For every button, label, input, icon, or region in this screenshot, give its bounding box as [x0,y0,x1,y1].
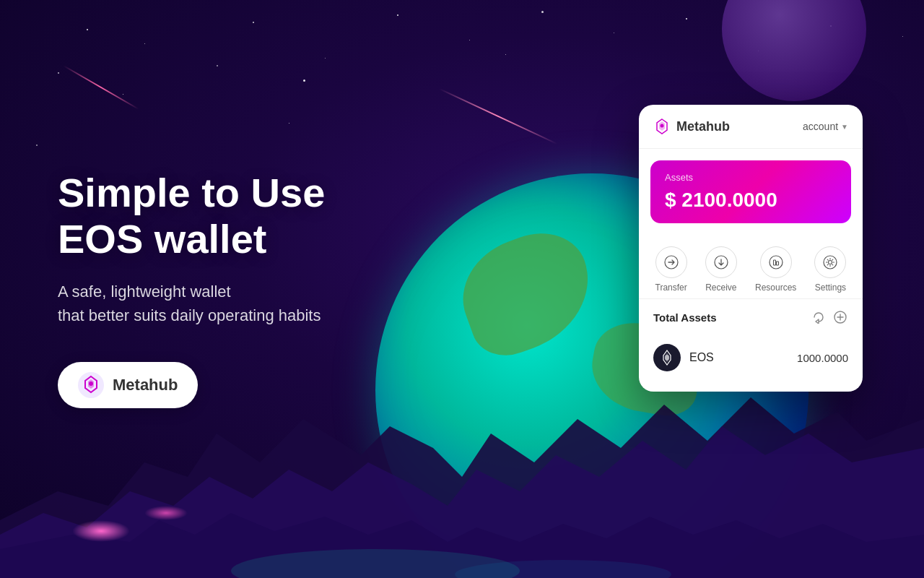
brand-button[interactable]: Metahub [58,362,198,408]
receive-action[interactable]: Receive [705,246,737,293]
resources-label: Resources [755,282,796,293]
brand-button-label: Metahub [113,376,178,394]
receive-label: Receive [705,282,736,293]
assets-banner: Assets $ 2100.0000 [650,160,851,223]
settings-label: Settings [815,282,846,293]
subtext-line1: A safe, lightweight wallet [58,282,231,301]
wallet-card: Metahub account ▼ Assets $ 2100.0000 Tra… [639,105,863,392]
svg-point-6 [89,381,93,386]
total-assets-icons [811,309,848,325]
assets-amount: $ 2100.0000 [665,189,837,212]
token-row[interactable]: EOS 1000.0000 [653,338,848,377]
assets-label: Assets [665,172,837,183]
account-dropdown[interactable]: account ▼ [803,121,848,132]
add-token-button[interactable] [832,309,848,325]
headline: Simple to Use EOS wallet [58,170,404,263]
card-app-name: Metahub [676,119,730,134]
total-assets-row: Total Assets [639,298,863,332]
chevron-down-icon: ▼ [841,123,848,131]
transfer-label: Transfer [655,282,687,293]
transfer-action[interactable]: Transfer [655,246,687,293]
receive-icon [705,246,737,278]
token-name: EOS [689,351,788,364]
svg-rect-12 [776,262,778,265]
subtext-line2: that better suits daily operating habits [58,306,321,324]
token-amount: 1000.0000 [797,352,848,364]
svg-point-7 [661,124,664,128]
resources-action[interactable]: Resources [755,246,796,293]
card-logo: Metahub [653,118,730,135]
eos-logo [653,344,681,371]
card-logo-icon [653,118,671,135]
svg-point-14 [829,261,832,264]
resources-icon [760,246,792,278]
hero-left: Simple to Use EOS wallet A safe, lightwe… [0,0,462,578]
svg-point-17 [665,355,669,361]
account-label: account [803,121,838,132]
transfer-icon [655,246,687,278]
settings-icon [814,246,846,278]
settings-action[interactable]: Settings [814,246,846,293]
svg-rect-11 [773,260,775,265]
action-buttons: Transfer Receive Resources [639,235,863,298]
refresh-button[interactable] [811,309,827,325]
metahub-logo-icon [78,372,104,398]
token-list: EOS 1000.0000 [639,332,863,392]
card-header: Metahub account ▼ [639,105,863,149]
total-assets-label: Total Assets [653,311,717,324]
svg-point-13 [824,256,837,269]
subtext: A safe, lightweight wallet that better s… [58,280,404,327]
